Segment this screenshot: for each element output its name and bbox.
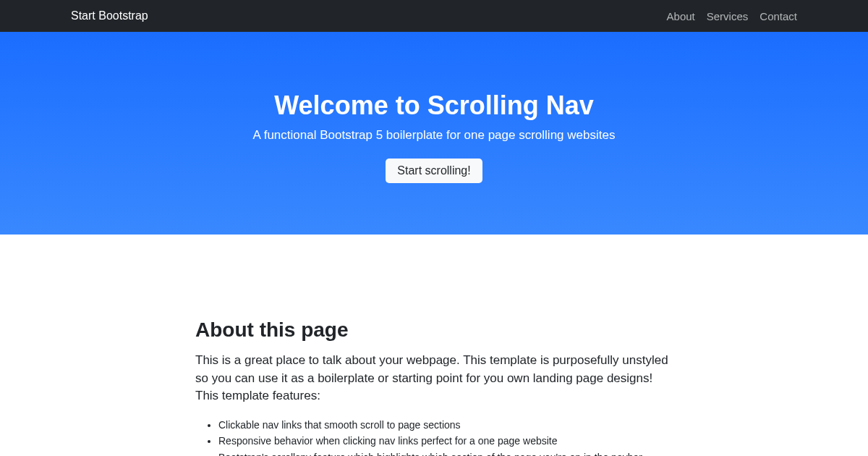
feature-item: Bootstrap's scrollspy feature which high… (218, 449, 673, 456)
features-list: Clickable nav links that smooth scroll t… (195, 417, 673, 456)
about-container: About this page This is a great place to… (195, 318, 673, 456)
about-lead: This is a great place to talk about your… (195, 352, 673, 405)
brand-link[interactable]: Start Bootstrap (71, 9, 148, 22)
about-section: About this page This is a great place to… (0, 235, 868, 456)
start-scrolling-button[interactable]: Start scrolling! (386, 159, 482, 183)
nav-links: About Services Contact (667, 10, 797, 22)
navbar: Start Bootstrap About Services Contact (0, 0, 868, 32)
hero-title: Welcome to Scrolling Nav (274, 90, 593, 121)
hero-subtitle: A functional Bootstrap 5 boilerplate for… (253, 128, 616, 143)
hero: Welcome to Scrolling Nav A functional Bo… (0, 32, 868, 235)
nav-link-services[interactable]: Services (707, 10, 749, 22)
feature-item: Responsive behavior when clicking nav li… (218, 433, 673, 449)
about-heading: About this page (195, 318, 673, 342)
feature-item: Clickable nav links that smooth scroll t… (218, 417, 673, 433)
nav-link-contact[interactable]: Contact (760, 10, 797, 22)
nav-link-about[interactable]: About (667, 10, 695, 22)
